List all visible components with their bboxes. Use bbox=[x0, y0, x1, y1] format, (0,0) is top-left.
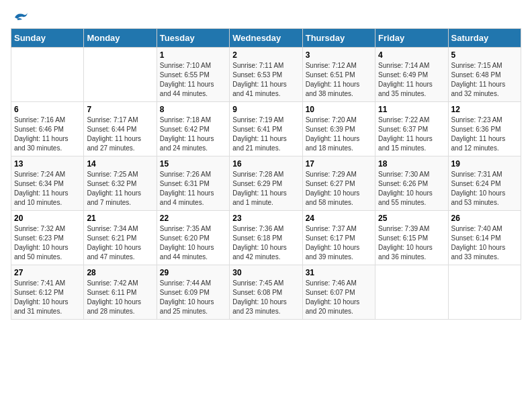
day-number: 27 bbox=[14, 268, 81, 277]
day-number: 1 bbox=[160, 50, 226, 60]
day-number: 16 bbox=[232, 159, 299, 169]
calendar-cell: 31 Sunrise: 7:46 AM Sunset: 6:07 PM Dayl… bbox=[302, 265, 375, 320]
day-info: Sunrise: 7:45 AM Sunset: 6:08 PM Dayligh… bbox=[232, 279, 299, 316]
page-header bbox=[11, 11, 521, 23]
day-number: 6 bbox=[14, 105, 81, 114]
daylight: Daylight: 10 hours and 53 minutes. bbox=[451, 189, 506, 206]
sunrise: Sunrise: 7:34 AM bbox=[87, 225, 138, 232]
calendar-week-1: 1 Sunrise: 7:10 AM Sunset: 6:55 PM Dayli… bbox=[11, 48, 521, 102]
day-info: Sunrise: 7:28 AM Sunset: 6:29 PM Dayligh… bbox=[232, 170, 299, 208]
day-info: Sunrise: 7:18 AM Sunset: 6:42 PM Dayligh… bbox=[160, 116, 226, 153]
day-info: Sunrise: 7:17 AM Sunset: 6:44 PM Dayligh… bbox=[87, 116, 153, 153]
daylight: Daylight: 11 hours and 30 minutes. bbox=[14, 135, 69, 152]
day-number: 29 bbox=[160, 268, 226, 277]
column-header-saturday: Saturday bbox=[448, 29, 521, 48]
day-number: 19 bbox=[451, 159, 518, 169]
calendar-body: 1 Sunrise: 7:10 AM Sunset: 6:55 PM Dayli… bbox=[11, 48, 521, 320]
day-number: 5 bbox=[451, 50, 518, 60]
daylight: Daylight: 11 hours and 41 minutes. bbox=[232, 81, 287, 97]
day-info: Sunrise: 7:15 AM Sunset: 6:48 PM Dayligh… bbox=[451, 61, 518, 99]
calendar-cell: 14 Sunrise: 7:25 AM Sunset: 6:32 PM Dayl… bbox=[84, 156, 157, 211]
day-info: Sunrise: 7:40 AM Sunset: 6:14 PM Dayligh… bbox=[451, 224, 518, 262]
day-info: Sunrise: 7:29 AM Sunset: 6:27 PM Dayligh… bbox=[306, 170, 372, 208]
calendar-week-2: 6 Sunrise: 7:16 AM Sunset: 6:46 PM Dayli… bbox=[11, 102, 521, 156]
day-number: 8 bbox=[160, 105, 226, 114]
daylight: Daylight: 11 hours and 12 minutes. bbox=[451, 135, 506, 152]
daylight: Daylight: 11 hours and 10 minutes. bbox=[14, 189, 69, 206]
sunrise: Sunrise: 7:11 AM bbox=[232, 62, 283, 69]
column-header-monday: Monday bbox=[84, 29, 157, 48]
sunrise: Sunrise: 7:32 AM bbox=[14, 225, 65, 232]
day-info: Sunrise: 7:31 AM Sunset: 6:24 PM Dayligh… bbox=[451, 170, 518, 208]
sunrise: Sunrise: 7:40 AM bbox=[451, 225, 502, 232]
daylight: Daylight: 10 hours and 20 minutes. bbox=[306, 298, 360, 315]
sunset: Sunset: 6:14 PM bbox=[451, 234, 501, 242]
calendar-header-row: SundayMondayTuesdayWednesdayThursdayFrid… bbox=[11, 29, 521, 48]
daylight: Daylight: 10 hours and 31 minutes. bbox=[14, 298, 69, 315]
calendar-cell: 30 Sunrise: 7:45 AM Sunset: 6:08 PM Dayl… bbox=[230, 265, 302, 320]
calendar-cell: 4 Sunrise: 7:14 AM Sunset: 6:49 PM Dayli… bbox=[375, 48, 448, 102]
day-number: 2 bbox=[232, 50, 299, 60]
daylight: Daylight: 10 hours and 36 minutes. bbox=[378, 244, 433, 261]
column-header-sunday: Sunday bbox=[11, 29, 84, 48]
column-header-friday: Friday bbox=[375, 29, 448, 48]
day-info: Sunrise: 7:24 AM Sunset: 6:34 PM Dayligh… bbox=[14, 170, 81, 208]
day-number: 23 bbox=[232, 214, 299, 223]
daylight: Daylight: 11 hours and 24 minutes. bbox=[160, 135, 214, 152]
day-info: Sunrise: 7:32 AM Sunset: 6:23 PM Dayligh… bbox=[14, 224, 81, 262]
daylight: Daylight: 10 hours and 33 minutes. bbox=[451, 244, 506, 261]
calendar-cell bbox=[448, 265, 521, 320]
daylight: Daylight: 10 hours and 55 minutes. bbox=[378, 189, 433, 206]
sunset: Sunset: 6:27 PM bbox=[306, 180, 355, 187]
day-info: Sunrise: 7:10 AM Sunset: 6:55 PM Dayligh… bbox=[160, 61, 226, 99]
sunset: Sunset: 6:37 PM bbox=[378, 126, 428, 133]
sunrise: Sunrise: 7:23 AM bbox=[451, 116, 502, 124]
sunset: Sunset: 6:11 PM bbox=[87, 289, 136, 296]
sunset: Sunset: 6:15 PM bbox=[378, 234, 428, 242]
column-header-tuesday: Tuesday bbox=[157, 29, 229, 48]
sunrise: Sunrise: 7:41 AM bbox=[14, 279, 65, 287]
daylight: Daylight: 10 hours and 42 minutes. bbox=[232, 244, 287, 261]
calendar-cell: 15 Sunrise: 7:26 AM Sunset: 6:31 PM Dayl… bbox=[157, 156, 229, 211]
day-number: 17 bbox=[306, 159, 372, 169]
daylight: Daylight: 11 hours and 15 minutes. bbox=[378, 135, 433, 152]
day-info: Sunrise: 7:20 AM Sunset: 6:39 PM Dayligh… bbox=[306, 116, 372, 153]
daylight: Daylight: 11 hours and 35 minutes. bbox=[378, 81, 433, 97]
sunset: Sunset: 6:31 PM bbox=[160, 180, 210, 187]
calendar-cell bbox=[375, 265, 448, 320]
sunrise: Sunrise: 7:35 AM bbox=[160, 225, 211, 232]
day-info: Sunrise: 7:37 AM Sunset: 6:17 PM Dayligh… bbox=[306, 224, 372, 262]
day-number: 4 bbox=[378, 50, 445, 60]
calendar-week-5: 27 Sunrise: 7:41 AM Sunset: 6:12 PM Dayl… bbox=[11, 265, 521, 320]
daylight: Daylight: 11 hours and 18 minutes. bbox=[306, 135, 360, 152]
daylight: Daylight: 11 hours and 32 minutes. bbox=[451, 81, 506, 97]
calendar-cell: 12 Sunrise: 7:23 AM Sunset: 6:36 PM Dayl… bbox=[448, 102, 521, 156]
sunset: Sunset: 6:55 PM bbox=[160, 71, 210, 79]
day-info: Sunrise: 7:16 AM Sunset: 6:46 PM Dayligh… bbox=[14, 116, 81, 153]
sunrise: Sunrise: 7:28 AM bbox=[232, 171, 283, 178]
day-number: 3 bbox=[306, 50, 372, 60]
sunset: Sunset: 6:20 PM bbox=[160, 234, 210, 242]
day-number: 11 bbox=[378, 105, 445, 114]
sunrise: Sunrise: 7:46 AM bbox=[306, 279, 357, 287]
sunset: Sunset: 6:26 PM bbox=[378, 180, 428, 187]
sunset: Sunset: 6:32 PM bbox=[87, 180, 136, 187]
day-info: Sunrise: 7:42 AM Sunset: 6:11 PM Dayligh… bbox=[87, 279, 153, 316]
day-number: 26 bbox=[451, 214, 518, 223]
day-number: 14 bbox=[87, 159, 153, 169]
calendar-week-3: 13 Sunrise: 7:24 AM Sunset: 6:34 PM Dayl… bbox=[11, 156, 521, 211]
day-number: 12 bbox=[451, 105, 518, 114]
sunrise: Sunrise: 7:42 AM bbox=[87, 279, 138, 287]
daylight: Daylight: 10 hours and 44 minutes. bbox=[160, 244, 214, 261]
sunset: Sunset: 6:07 PM bbox=[306, 289, 355, 296]
sunset: Sunset: 6:49 PM bbox=[378, 71, 428, 79]
calendar-cell: 6 Sunrise: 7:16 AM Sunset: 6:46 PM Dayli… bbox=[11, 102, 84, 156]
sunrise: Sunrise: 7:22 AM bbox=[378, 116, 429, 124]
calendar-cell: 3 Sunrise: 7:12 AM Sunset: 6:51 PM Dayli… bbox=[302, 48, 375, 102]
sunrise: Sunrise: 7:45 AM bbox=[232, 279, 283, 287]
calendar-cell: 10 Sunrise: 7:20 AM Sunset: 6:39 PM Dayl… bbox=[302, 102, 375, 156]
calendar-cell bbox=[84, 48, 157, 102]
calendar-table: SundayMondayTuesdayWednesdayThursdayFrid… bbox=[11, 28, 521, 320]
sunrise: Sunrise: 7:19 AM bbox=[232, 116, 283, 124]
calendar-cell: 27 Sunrise: 7:41 AM Sunset: 6:12 PM Dayl… bbox=[11, 265, 84, 320]
